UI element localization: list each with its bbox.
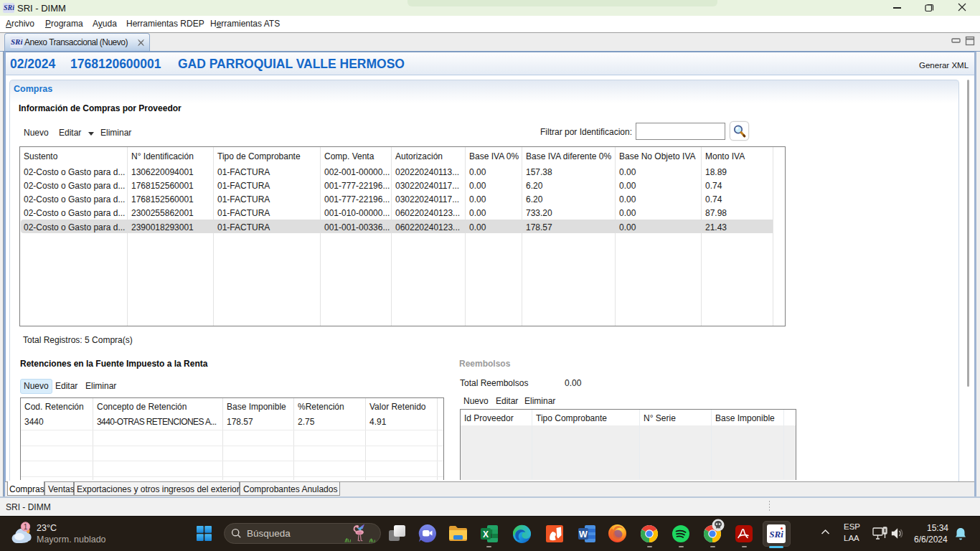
svg-text:X: X — [483, 529, 489, 540]
svg-text:1: 1 — [24, 523, 28, 531]
svg-text:W: W — [579, 529, 588, 540]
